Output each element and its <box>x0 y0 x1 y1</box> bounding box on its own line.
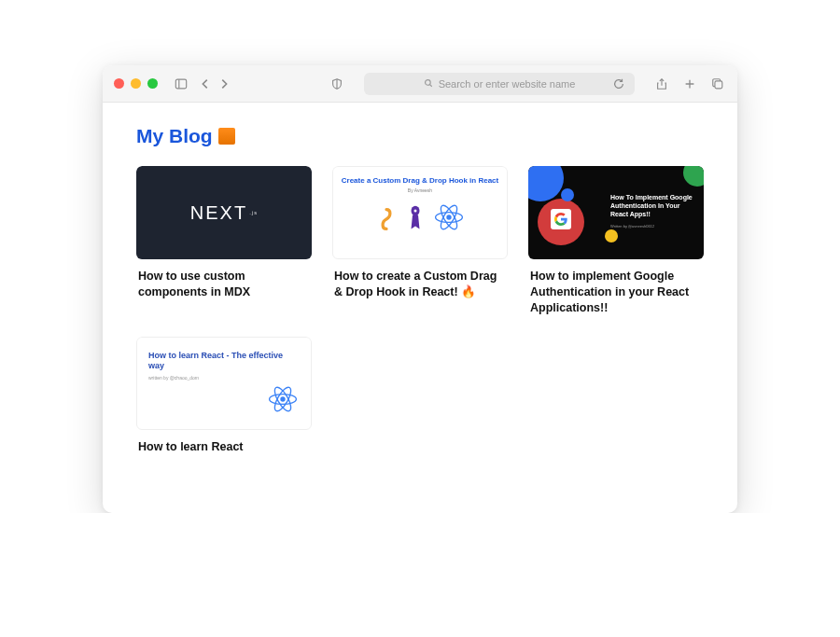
thumb-subheading: Written by @avneesh0612 <box>610 224 694 228</box>
decorative-circle <box>683 166 704 187</box>
maximize-window-button[interactable] <box>147 78 158 89</box>
titlebar: Search or enter website name <box>103 65 737 103</box>
decorative-circle <box>528 166 564 201</box>
browser-window: Search or enter website name My Blog <box>103 65 737 513</box>
toolbar-right <box>653 76 726 92</box>
post-card[interactable]: How to learn React - The effective way w… <box>136 337 312 455</box>
thumb-logo-sub: .js <box>249 210 258 215</box>
post-thumbnail: Create a Custom Drag & Drop Hook in Reac… <box>332 166 508 259</box>
thumb-heading: How to learn React - The effective way <box>148 351 300 372</box>
nav-arrows <box>197 76 232 92</box>
back-button[interactable] <box>197 76 214 92</box>
page-title-text: My Blog <box>136 125 213 147</box>
react-icon <box>266 382 300 420</box>
sidebar-toggle-icon[interactable] <box>173 76 189 92</box>
decorative-circle <box>605 229 618 242</box>
minimize-window-button[interactable] <box>131 78 141 89</box>
page-content: My Blog NEXT.js How to use custom compon… <box>103 103 737 513</box>
svg-point-13 <box>446 215 451 219</box>
thumb-heading: How To Implement Google Authentication I… <box>610 194 694 218</box>
address-placeholder: Search or enter website name <box>439 78 576 90</box>
post-title: How to implement Google Authentication i… <box>528 259 704 316</box>
thumb-logo-text: NEXT <box>190 202 247 224</box>
search-icon <box>424 78 433 90</box>
svg-point-3 <box>425 79 430 85</box>
shield-icon[interactable] <box>329 76 345 92</box>
post-card[interactable]: Create a Custom Drag & Drop Hook in Reac… <box>332 166 508 316</box>
post-card[interactable]: How To Implement Google Authentication I… <box>528 166 704 316</box>
forward-button[interactable] <box>216 76 232 92</box>
google-logo-icon <box>551 209 571 229</box>
decorative-circle <box>561 188 574 201</box>
post-title: How to use custom components in MDX <box>136 259 312 300</box>
new-tab-icon[interactable] <box>681 76 698 92</box>
post-thumbnail: NEXT.js <box>136 166 312 259</box>
page-title: My Blog <box>136 125 704 147</box>
post-title: How to learn React <box>136 430 312 455</box>
post-title: How to create a Custom Drag & Drop Hook … <box>332 259 508 300</box>
traffic-lights <box>114 78 158 89</box>
tabs-overview-icon[interactable] <box>709 76 726 92</box>
book-icon <box>218 128 235 145</box>
share-icon[interactable] <box>653 76 670 92</box>
address-bar[interactable]: Search or enter website name <box>364 73 635 95</box>
posts-grid: NEXT.js How to use custom components in … <box>136 166 704 455</box>
post-thumbnail: How to learn React - The effective way w… <box>136 337 312 430</box>
close-window-button[interactable] <box>114 78 124 89</box>
post-thumbnail: How To Implement Google Authentication I… <box>528 166 704 259</box>
svg-rect-7 <box>715 80 722 88</box>
svg-rect-0 <box>175 79 186 89</box>
post-card[interactable]: NEXT.js How to use custom components in … <box>136 166 312 316</box>
thumb-subheading: By Avneesh <box>408 187 432 193</box>
reload-button[interactable] <box>610 76 627 92</box>
thumb-heading: Create a Custom Drag & Drop Hook in Reac… <box>342 176 498 186</box>
react-icon <box>432 201 466 238</box>
thumb-subheading: written by @chaoo_dom <box>148 375 300 381</box>
svg-line-4 <box>429 84 431 86</box>
svg-point-17 <box>280 396 285 401</box>
thumb-illustration <box>374 201 466 238</box>
svg-point-9 <box>414 209 417 212</box>
